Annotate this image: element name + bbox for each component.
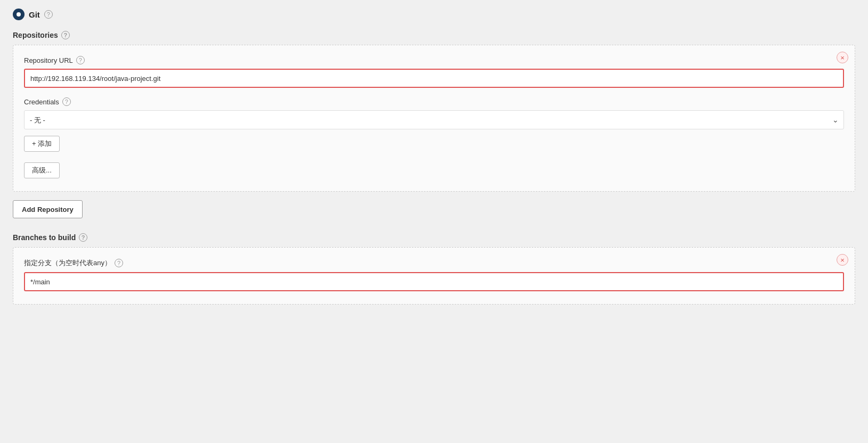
credentials-select-wrapper: - 无 - ⌄ [24,110,844,129]
branches-label: Branches to build ? [13,233,855,242]
add-credentials-button[interactable]: + 添加 [24,136,60,152]
credentials-help-icon[interactable]: ? [62,97,71,106]
git-icon [13,9,25,20]
repository-url-input[interactable] [24,69,844,88]
page-title: Git [29,10,40,19]
credentials-select[interactable]: - 无 - [24,110,844,129]
header-help-icon[interactable]: ? [44,10,53,19]
branch-specifier-input[interactable] [24,272,844,291]
repositories-label: Repositories ? [13,31,855,39]
repository-close-button[interactable]: × [837,52,848,63]
repositories-help-icon[interactable]: ? [61,31,70,39]
repository-url-help-icon[interactable]: ? [76,56,85,64]
repository-url-label: Repository URL ? [24,56,844,64]
credentials-section: Credentials ? - 无 - ⌄ [24,97,844,129]
branches-help-icon[interactable]: ? [79,233,87,242]
add-repository-button[interactable]: Add Repository [13,200,83,218]
branches-section: Branches to build ? × 指定分支（为空时代表any） ? [13,233,855,305]
credentials-label: Credentials ? [24,97,844,106]
branch-close-button[interactable]: × [837,254,848,266]
advanced-button[interactable]: 高级... [24,162,60,178]
branch-card: × 指定分支（为空时代表any） ? [13,247,855,305]
branch-specifier-label: 指定分支（为空时代表any） ? [24,258,844,268]
page-header: Git ? [13,9,855,20]
repository-card: × Repository URL ? Credentials ? - 无 - ⌄… [13,45,855,192]
branch-specifier-help-icon[interactable]: ? [115,259,123,267]
